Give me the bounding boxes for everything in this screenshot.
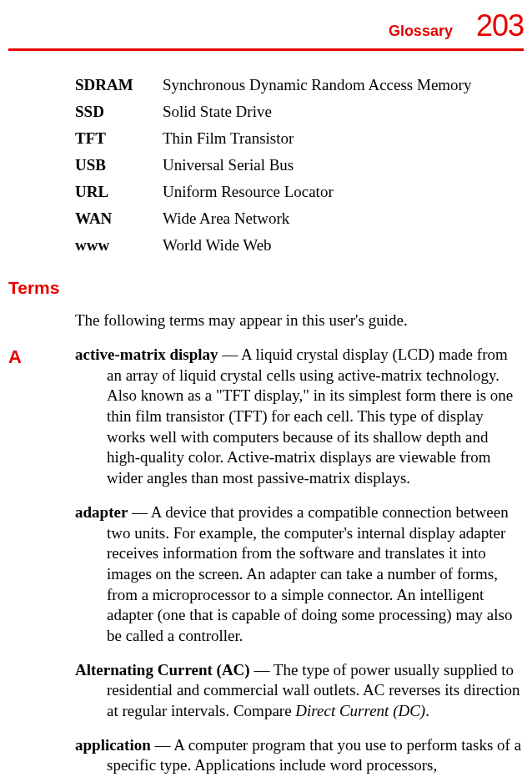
acronym-term: SDRAM [75, 76, 163, 94]
acronym-definition: Thin Film Transistor [163, 129, 294, 148]
acronym-term: SSD [75, 103, 163, 121]
header-page-number: 203 [476, 8, 524, 43]
definition-term: adapter [75, 503, 128, 521]
acronym-definition: Universal Serial Bus [163, 156, 294, 174]
letter-label: A [8, 345, 75, 368]
definition-body: A device that provides a compatible conn… [107, 503, 512, 644]
acronym-definition: Wide Area Network [163, 209, 289, 228]
acronym-row: TFT Thin Film Transistor [75, 129, 524, 148]
acronym-definition: World Wide Web [163, 236, 272, 255]
definition-term: Alternating Current (AC) [75, 661, 250, 679]
acronym-definition: Uniform Resource Locator [163, 183, 334, 201]
acronym-row: SDRAM Synchronous Dynamic Random Access … [75, 76, 524, 94]
definition-separator: — [128, 503, 150, 521]
page-header: Glossary 203 [0, 0, 532, 43]
page-content: SDRAM Synchronous Dynamic Random Access … [0, 51, 532, 777]
definition-separator: — [250, 661, 274, 679]
definition-italic-ref: Direct Current (DC) [295, 702, 425, 719]
acronym-definition: Solid State Drive [163, 103, 272, 121]
definition-separator: — [218, 346, 241, 363]
definition-term: active-matrix display [75, 346, 218, 363]
acronym-term: www [75, 236, 163, 255]
acronym-row: USB Universal Serial Bus [75, 156, 524, 174]
acronym-row: WAN Wide Area Network [75, 209, 524, 228]
definition-entry: active-matrix display — A liquid crystal… [75, 345, 524, 489]
definition-entry: adapter — A device that provides a compa… [75, 502, 524, 647]
definition-separator: — [151, 736, 173, 754]
acronym-row: URL Uniform Resource Locator [75, 183, 524, 201]
letter-block: A active-matrix display — A liquid cryst… [8, 345, 524, 777]
acronym-term: USB [75, 156, 163, 174]
header-section-label: Glossary [389, 23, 453, 40]
definitions-list: active-matrix display — A liquid crystal… [75, 345, 524, 777]
terms-intro: The following terms may appear in this u… [75, 311, 524, 330]
acronym-definition: Synchronous Dynamic Random Access Memory [163, 76, 471, 94]
acronym-row: www World Wide Web [75, 236, 524, 255]
definition-tail: . [425, 702, 429, 719]
acronym-term: URL [75, 183, 163, 201]
definition-term: application [75, 736, 151, 754]
acronym-table: SDRAM Synchronous Dynamic Random Access … [75, 76, 524, 255]
acronym-term: TFT [75, 129, 163, 148]
definition-entry: application — A computer program that yo… [75, 735, 524, 777]
acronym-term: WAN [75, 209, 163, 228]
definition-body: A liquid crystal display (LCD) made from… [107, 346, 513, 487]
definition-entry: Alternating Current (AC) — The type of p… [75, 660, 524, 722]
terms-heading: Terms [8, 278, 524, 298]
acronym-row: SSD Solid State Drive [75, 103, 524, 121]
